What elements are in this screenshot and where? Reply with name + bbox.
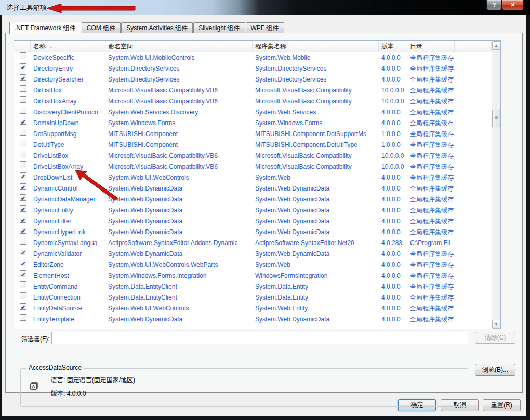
row-checkbox[interactable] — [20, 96, 27, 103]
table-row[interactable]: EntityConnectionSystem.Data.EntityClient… — [14, 292, 492, 303]
tab-com-[interactable]: COM 组件 — [82, 22, 121, 33]
tab-silverlight-[interactable]: Silverlight 组件 — [193, 22, 245, 33]
filter-input[interactable] — [51, 332, 468, 344]
row-checkbox[interactable] — [20, 172, 27, 179]
table-row[interactable]: EntityDataSourceSystem.Web.UI.WebControl… — [14, 303, 492, 314]
namespace-cell: System.Web.DynamicData — [105, 216, 253, 227]
column-header-版本[interactable]: 版本 — [379, 41, 407, 52]
clear-button[interactable]: 清除(C) — [475, 332, 515, 344]
row-checkbox[interactable] — [20, 292, 27, 299]
row-checkbox[interactable] — [20, 260, 27, 266]
row-checkbox[interactable] — [20, 183, 27, 190]
scrollbar-thumb[interactable] — [492, 110, 500, 127]
version-cell: 4.0.283. — [379, 238, 407, 249]
assembly-cell: ActiproSoftware.SyntaxEditor.Net20 — [253, 238, 379, 249]
table-row[interactable]: ElementHostSystem.Windows.Forms.Integrat… — [14, 270, 492, 281]
namespace-cell: System.Windows.Forms — [105, 118, 253, 129]
table-row[interactable]: DynamicEntitySystem.Web.DynamicDataSyste… — [14, 205, 492, 216]
checkbox-cell — [14, 129, 31, 140]
table-header[interactable]: 名称▲命名空间程序集名称版本目录 — [14, 41, 492, 52]
namespace-cell: System.Web.DynamicData — [105, 183, 253, 194]
checkbox-cell — [14, 85, 31, 96]
row-checkbox[interactable] — [20, 151, 27, 157]
row-checkbox[interactable] — [20, 118, 27, 125]
column-header-目录[interactable]: 目录 — [407, 41, 455, 52]
table-row[interactable]: DomainUpDownSystem.Windows.FormsSystem.W… — [14, 118, 492, 129]
dialog-body: .NET Framework 组件COM 组件System.Activities… — [2, 15, 526, 416]
row-checkbox[interactable] — [20, 216, 27, 223]
directory-cell: 全局程序集缓存 — [407, 74, 455, 85]
namespace-cell: System.Web.DynamicData — [105, 194, 253, 205]
tab-wpf-[interactable]: WPF 组件 — [246, 22, 284, 33]
vertical-scrollbar[interactable]: ▲ ▼ — [492, 41, 500, 329]
tab-system-activities-[interactable]: System.Activities 组件 — [121, 22, 193, 33]
row-checkbox[interactable] — [20, 227, 27, 234]
checkbox-cell — [14, 118, 31, 129]
table-row[interactable]: DeviceSpecificSystem.Web.UI.MobileContro… — [14, 52, 492, 63]
column-header-blank[interactable] — [14, 41, 31, 52]
row-checkbox[interactable] — [20, 107, 27, 114]
column-header-程序集名称[interactable]: 程序集名称 — [253, 41, 379, 52]
blank-cell — [455, 238, 492, 249]
blank-cell — [455, 270, 492, 281]
table-row[interactable]: DriveListBoxArrayMicrosoft.VisualBasic.C… — [14, 161, 492, 172]
row-checkbox[interactable] — [20, 161, 27, 168]
row-checkbox[interactable] — [20, 140, 27, 146]
version-cell: 4.0.0.0 — [379, 270, 407, 281]
row-checkbox[interactable] — [20, 85, 27, 92]
namespace-cell: System.Data.EntityClient — [105, 292, 253, 303]
table-row[interactable]: DotSupportMsgMITSUBISHI.ComponentMITSUBI… — [14, 129, 492, 140]
namespace-cell: System.Web.DynamicData — [105, 249, 253, 260]
blank-cell — [455, 314, 492, 325]
row-checkbox[interactable] — [20, 205, 27, 212]
row-checkbox[interactable] — [20, 249, 27, 255]
table-row[interactable]: DynamicDataManagerSystem.Web.DynamicData… — [14, 194, 492, 205]
row-checkbox[interactable] — [20, 63, 27, 70]
table-row[interactable]: DynamicControlSystem.Web.DynamicDataSyst… — [14, 183, 492, 194]
scroll-up-icon[interactable]: ▲ — [492, 41, 500, 50]
browse-button[interactable]: 浏览(B)... — [475, 364, 515, 376]
table-row[interactable]: DynamicSyntaxLanguaActiproSoftware.Synta… — [14, 238, 492, 249]
table-row[interactable]: DiscoveryClientProtocoSystem.Web.Service… — [14, 107, 492, 118]
row-checkbox[interactable] — [20, 52, 27, 59]
row-checkbox[interactable] — [20, 314, 27, 321]
table-row[interactable]: DriveListBoxMicrosoft.VisualBasic.Compat… — [14, 151, 492, 161]
blank-cell — [455, 129, 492, 140]
table-row[interactable]: DynamicHyperLinkSystem.Web.DynamicDataSy… — [14, 227, 492, 238]
column-header-名称[interactable]: 名称▲ — [31, 41, 105, 52]
tab--net-framework-[interactable]: .NET Framework 组件 — [9, 22, 81, 34]
checkbox-cell — [14, 270, 31, 281]
close-icon[interactable]: ✕ — [502, 0, 524, 10]
blank-cell — [455, 161, 492, 172]
table-row[interactable]: DirListBoxArrayMicrosoft.VisualBasic.Com… — [14, 96, 492, 107]
version-cell: 4.0.0.0 — [379, 183, 407, 194]
table-row[interactable]: EntityCommandSystem.Data.EntityClientSys… — [14, 281, 492, 292]
scroll-down-icon[interactable]: ▼ — [492, 320, 500, 329]
row-checkbox[interactable] — [20, 74, 27, 81]
row-checkbox[interactable] — [20, 129, 27, 136]
help-button[interactable]: ? — [486, 0, 502, 10]
column-header-命名空间[interactable]: 命名空间 — [105, 41, 253, 52]
row-checkbox[interactable] — [20, 238, 27, 245]
reset-button[interactable]: 重置(R) — [483, 399, 521, 411]
title-bar[interactable]: 选择工具箱项 — [0, 0, 530, 15]
directory-cell: 全局程序集缓存 — [407, 107, 455, 118]
table-row[interactable]: DropDownListSystem.Web.UI.WebControlsSys… — [14, 172, 492, 183]
table-row[interactable]: EntityTemplateSystem.Web.DynamicDataSyst… — [14, 314, 492, 325]
table-row[interactable]: DirectoryEntrySystem.DirectoryServicesSy… — [14, 63, 492, 74]
assembly-cell: WindowsFormsIntegration — [253, 270, 379, 281]
row-checkbox[interactable] — [20, 270, 27, 277]
row-checkbox[interactable] — [20, 303, 27, 310]
name-cell: DirListBox — [31, 85, 105, 96]
table-row[interactable]: DynamicValidatorSystem.Web.DynamicDataSy… — [14, 249, 492, 260]
sort-ascending-icon: ▲ — [49, 45, 53, 49]
table-row[interactable]: EditorZoneSystem.Web.UI.WebControls.WebP… — [14, 260, 492, 270]
row-checkbox[interactable] — [20, 194, 27, 201]
table-row[interactable]: DirectorySearcherSystem.DirectoryService… — [14, 74, 492, 85]
table-row[interactable]: DirListBoxMicrosoft.VisualBasic.Compatib… — [14, 85, 492, 96]
column-header-blank[interactable] — [455, 41, 492, 52]
version-cell: 10.0.0.0 — [379, 85, 407, 96]
row-checkbox[interactable] — [20, 281, 27, 288]
table-row[interactable]: DotUtlTypeMITSUBISHI.ComponentMITSUBISHI… — [14, 140, 492, 151]
table-row[interactable]: DynamicFilterSystem.Web.DynamicDataSyste… — [14, 216, 492, 227]
